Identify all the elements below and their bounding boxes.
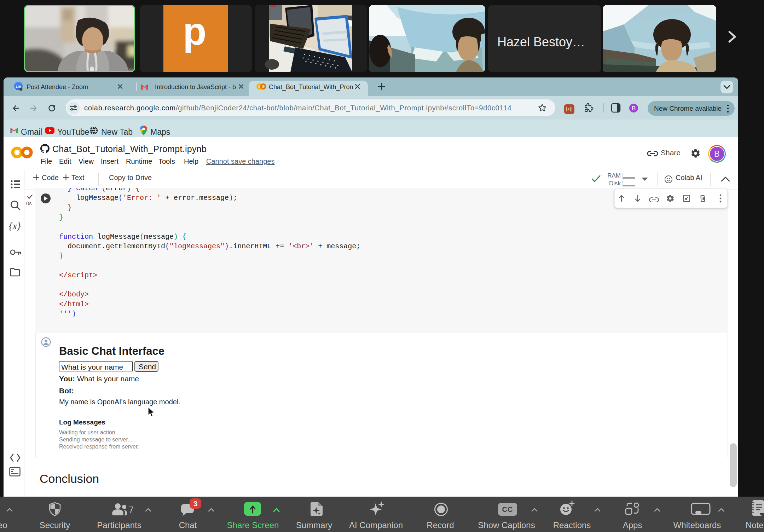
svg-text:zm: zm xyxy=(16,84,21,88)
